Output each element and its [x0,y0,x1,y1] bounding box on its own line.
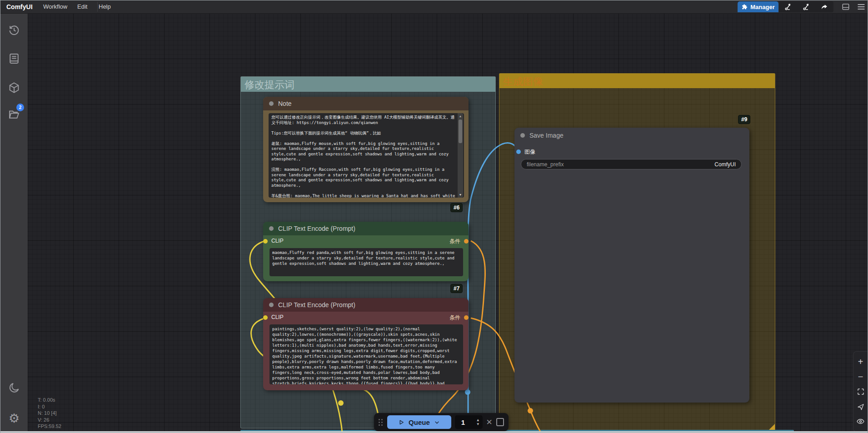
canvas-toolbar: + − [853,351,868,432]
node-id-badge: #9 [738,115,750,124]
node-library-icon[interactable] [7,51,21,66]
select-mode-icon[interactable] [856,402,866,412]
workflows-icon[interactable]: 2 [7,107,21,121]
clip-input-port[interactable] [263,239,268,244]
perf-stats: T: 0.00s I: 0 N: 10 [4] V: 26 FPS:59.52 [38,397,61,430]
queue-bar: Queue 1 ▲▼ ✕ [374,413,509,431]
bottom-panel-toggle-icon[interactable] [840,1,851,12]
extension-iconbox [779,1,833,12]
note-textarea[interactable]: 您可以通过修改正向提示词，改变图像生成结果。建议您使用 AI大模型辅助将关键词翻… [269,113,464,198]
node-id-badge: #6 [450,203,463,212]
negative-prompt-textarea[interactable]: paintings,sketches,(worst quality:2),(lo… [269,324,463,384]
stat-time: T: 0.00s [38,397,61,403]
scroll-thumb[interactable] [459,119,462,143]
scroll-down-icon[interactable]: ▼ [458,192,463,198]
node-title: CLIP Text Encode (Prompt) [278,301,355,309]
step-up-icon: ▲ [476,418,480,422]
collapse-dot-icon[interactable] [269,101,274,106]
play-icon [399,419,404,425]
queue-button[interactable]: Queue [387,415,451,429]
node-save-image[interactable]: Save Image 图像 filename_prefix ComfyUI [514,128,749,403]
clip-input-label: CLIP [271,238,284,244]
app-logo[interactable]: ComfyUI [6,0,33,13]
conditioning-output-label: 条件 [449,314,460,322]
menu-help[interactable]: Help [99,0,111,13]
stop-icon[interactable] [496,418,504,426]
cancel-icon[interactable]: ✕ [486,418,493,426]
conditioning-output-port[interactable] [464,239,469,244]
node-header[interactable]: Save Image [514,128,749,143]
conditioning-output-port[interactable] [464,315,469,320]
stat-iterations: I: 0 [38,403,61,410]
workflows-badge: 2 [16,104,24,111]
stat-nodes: N: 10 [4] [38,410,61,417]
group-resize-handle[interactable] [768,424,775,430]
image-input-port[interactable] [516,149,521,154]
count-stepper[interactable]: ▲▼ [476,418,480,426]
settings-gear-icon[interactable]: ⚙ [7,411,21,426]
manager-button[interactable]: Manager [738,1,778,12]
collapse-dot-icon[interactable] [269,303,274,307]
zoom-in-icon[interactable]: + [856,357,866,367]
toggle-visibility-icon[interactable] [856,417,866,427]
batch-count-value: 1 [461,418,465,426]
drag-handle[interactable] [379,419,383,426]
batch-count-input[interactable]: 1 ▲▼ [455,415,483,429]
conditioning-output-label: 条件 [449,238,460,245]
stat-version: V: 26 [38,417,61,423]
queue-label: Queue [409,418,430,426]
node-id-badge: #7 [450,284,463,293]
menu-edit[interactable]: Edit [77,0,87,13]
scroll-up-icon[interactable]: ▲ [458,113,463,119]
menubar-divider [97,2,98,12]
widget-name: filename_prefix [527,161,564,168]
model-library-icon[interactable] [7,80,21,95]
node-header[interactable]: CLIP Text Encode (Prompt) [263,222,469,235]
clip-input-label: CLIP [271,314,284,320]
node-clip-text-encode-positive[interactable]: CLIP Text Encode (Prompt) CLIP 条件 maomao… [263,222,469,281]
menu-workflow[interactable]: Workflow [43,0,67,13]
image-input-label: 图像 [524,148,535,156]
window-bottom-edge [0,431,868,433]
fit-view-icon[interactable] [856,387,866,397]
node-note[interactable]: Note 您可以通过修改正向提示词，改变图像生成结果。建议您使用 AI大模型辅助… [263,97,469,202]
chevron-down-icon [434,419,440,425]
manager-label: Manager [750,4,774,10]
node-header[interactable]: CLIP Text Encode (Prompt) [263,298,469,312]
hamburger-menu-icon[interactable] [856,1,867,12]
puzzle-icon [741,4,748,10]
filename-prefix-widget[interactable]: filename_prefix ComfyUI [521,159,742,169]
node-header[interactable]: Note [263,97,469,110]
clip-input-port[interactable] [263,315,268,320]
collapse-dot-icon[interactable] [269,226,274,231]
node-title: Save Image [529,132,564,139]
left-sidebar: 2 ⚙ [0,13,28,433]
step-down-icon: ▼ [476,423,480,426]
collapse-dot-icon[interactable] [520,133,525,138]
widget-value: ComfyUI [714,161,736,168]
group-title[interactable]: 生成图像 [499,74,775,88]
translator-icon-2[interactable] [802,2,811,11]
node-title: Note [278,100,292,107]
theme-toggle-icon[interactable] [7,380,21,395]
node-clip-text-encode-negative[interactable]: CLIP Text Encode (Prompt) CLIP 条件 painti… [263,298,469,390]
zoom-out-icon[interactable]: − [856,372,866,382]
top-menubar: ComfyUI Workflow Edit Help Manager [0,0,868,14]
queue-history-icon[interactable] [7,23,21,37]
node-title: CLIP Text Encode (Prompt) [278,225,355,232]
translator-icon[interactable] [783,2,793,11]
note-scrollbar[interactable]: ▲ ▼ [458,113,463,198]
group-title[interactable]: 修改提示词 [241,77,495,92]
positive-prompt-textarea[interactable]: maomao,Fluffy red panda,with soft fur,bi… [269,248,463,276]
share-icon[interactable] [820,2,829,11]
stat-fps: FPS:59.52 [38,423,61,430]
